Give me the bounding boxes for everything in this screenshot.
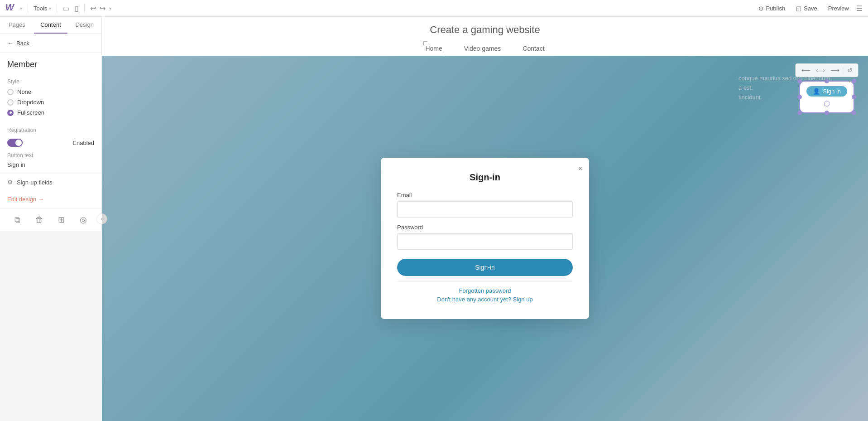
visibility-icon[interactable]: ◎ <box>78 213 89 227</box>
style-fullscreen-radio <box>7 110 14 116</box>
desktop-icon[interactable]: ▭ <box>62 4 69 13</box>
copy-icon[interactable]: ⧉ <box>13 213 22 227</box>
widget-user-icon: 👤 <box>813 88 820 95</box>
history-chevron-icon[interactable]: ▾ <box>109 6 111 11</box>
delete-icon[interactable]: 🗑 <box>34 213 45 227</box>
signin-widget[interactable]: ⟵ ⟺ ⟶ ↺ ••• <box>799 81 854 113</box>
style-none-label: None <box>17 88 31 95</box>
password-input[interactable] <box>397 233 573 250</box>
logo-chevron-icon[interactable]: ▾ <box>20 6 22 11</box>
forgotten-password-link[interactable]: Forgotten password <box>397 287 573 294</box>
preview-button[interactable]: Preview <box>825 3 853 14</box>
style-section-label: Style <box>0 73 101 87</box>
signin-modal: × Sign-in Email Password Sign-in <box>381 158 589 319</box>
style-none-option[interactable]: None <box>7 88 94 95</box>
website-hero: conque maurius sed orci bibendum, a est.… <box>102 56 868 421</box>
align-right-icon[interactable]: ⟶ <box>829 66 841 75</box>
button-text-section-label: Button text <box>0 150 101 160</box>
widget-more-icon[interactable]: ••• <box>849 78 855 85</box>
divider-3 <box>84 4 85 13</box>
publish-label: Publish <box>766 5 785 12</box>
edit-design-label: Edit design → <box>7 196 44 203</box>
widget-resize-bottom-icon: ⬡ <box>824 99 830 108</box>
logo-text: W <box>5 2 14 12</box>
save-button[interactable]: ◱ Save <box>792 3 821 14</box>
align-left-icon[interactable]: ⟵ <box>800 66 812 75</box>
close-icon: × <box>578 164 583 173</box>
divider-1 <box>28 4 28 13</box>
save-icon: ◱ <box>796 5 801 12</box>
registration-toggle[interactable] <box>7 139 23 147</box>
signup-link[interactable]: Don't have any account yet? Sign up <box>397 296 573 303</box>
modal-overlay: × Sign-in Email Password Sign-in <box>102 56 868 421</box>
registration-toggle-label: Enabled <box>72 140 94 146</box>
email-field: Email <box>397 192 573 218</box>
password-field: Password <box>397 224 573 250</box>
style-dropdown-option[interactable]: Dropdown <box>7 99 94 106</box>
website-title: Create a gaming website <box>120 24 850 36</box>
signin-submit-button[interactable]: Sign-in <box>397 259 573 276</box>
modal-links: Forgotten password Don't have any accoun… <box>397 287 573 303</box>
signup-fields-link[interactable]: ⚙ Sign-up fields <box>0 174 101 190</box>
button-text-value: Sign in <box>0 160 101 174</box>
modal-divider <box>397 281 573 282</box>
style-radio-group: None Dropdown Fullscreen <box>0 87 101 121</box>
tools-menu[interactable]: Tools ▾ <box>34 5 51 12</box>
back-arrow-icon: ← <box>7 39 14 47</box>
widget-signin-text: Sign in <box>823 88 841 95</box>
modal-close-button[interactable]: × <box>578 164 583 174</box>
email-input[interactable] <box>397 201 573 218</box>
tab-pages[interactable]: Pages <box>0 17 34 34</box>
redo-button[interactable]: ↪ <box>100 4 106 13</box>
nav-home[interactable]: Home <box>425 41 442 56</box>
registration-section-label: Registration <box>0 121 101 135</box>
publish-button[interactable]: ⊙ Publish <box>755 3 789 14</box>
align-center-icon[interactable]: ⟺ <box>814 66 827 75</box>
topbar: W ▾ Tools ▾ ▭ ▯ ↩ ↪ ▾ ⊙ Publish ◱ Save P… <box>0 0 868 17</box>
rotate-icon[interactable]: ↺ <box>845 66 854 75</box>
toolbar-separator <box>843 67 844 73</box>
modal-title: Sign-in <box>397 172 573 183</box>
style-fullscreen-option[interactable]: Fullscreen <box>7 109 94 116</box>
registration-toggle-row: Enabled <box>0 135 101 150</box>
widget-toolbar: ⟵ ⟺ ⟶ ↺ <box>796 63 858 77</box>
widget-resize-handles <box>797 79 856 115</box>
signin-submit-label: Sign-in <box>475 264 495 271</box>
canvas-inner: Create a gaming website Home Video games… <box>102 17 868 421</box>
back-button[interactable]: ← Back <box>0 34 101 53</box>
edit-design-link[interactable]: Edit design → <box>0 190 101 208</box>
publish-icon: ⊙ <box>758 5 763 12</box>
sidebar: Pages Content Design ← Back Member Style <box>0 17 102 231</box>
back-label: Back <box>16 40 29 47</box>
website-header: Create a gaming website Home Video games… <box>102 17 868 56</box>
main-layout: Pages Content Design ← Back Member Style <box>0 17 868 421</box>
nav-video-games[interactable]: Video games <box>464 41 501 56</box>
layers-icon[interactable]: ⊞ <box>56 213 67 227</box>
tools-label: Tools <box>34 5 47 12</box>
logo[interactable]: W <box>5 3 16 14</box>
nav-contact[interactable]: Contact <box>523 41 544 56</box>
tab-design[interactable]: Design <box>67 17 101 34</box>
divider-2 <box>57 4 57 13</box>
settings-gear-icon: ⚙ <box>7 179 13 186</box>
topbar-left: W ▾ Tools ▾ ▭ ▯ ↩ ↪ ▾ <box>5 3 111 14</box>
style-fullscreen-label: Fullscreen <box>17 109 44 116</box>
style-dropdown-label: Dropdown <box>17 99 44 106</box>
tools-chevron-icon: ▾ <box>49 6 51 11</box>
topbar-menu-icon[interactable]: ☰ <box>856 4 863 13</box>
device-icons: ▭ ▯ <box>62 4 79 13</box>
email-label: Email <box>397 192 573 198</box>
password-label: Password <box>397 224 573 231</box>
canvas: Create a gaming website Home Video games… <box>102 17 868 421</box>
style-none-radio <box>7 89 14 95</box>
style-dropdown-radio <box>7 99 14 106</box>
widget-label: 👤 Sign in <box>806 86 847 97</box>
undo-button[interactable]: ↩ <box>90 4 96 13</box>
save-label: Save <box>804 5 817 12</box>
preview-label: Preview <box>828 5 849 12</box>
tab-content[interactable]: Content <box>34 17 68 34</box>
topbar-right: ⊙ Publish ◱ Save Preview ☰ <box>755 3 863 14</box>
mobile-icon[interactable]: ▯ <box>75 4 79 13</box>
sidebar-bottom: ⧉ 🗑 ⊞ ◎ <box>0 208 101 231</box>
sidebar-tabs: Pages Content Design <box>0 17 101 34</box>
